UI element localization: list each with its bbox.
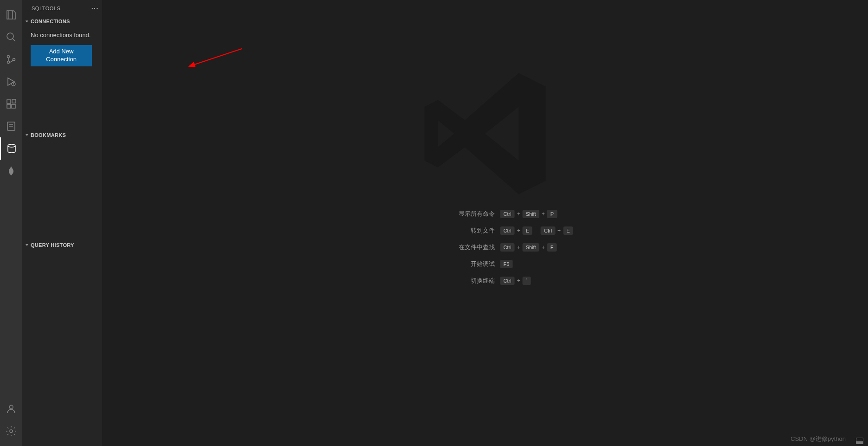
- svg-line-1: [13, 39, 15, 41]
- shortcut-keys: Ctrl+Shift+F: [500, 243, 557, 252]
- plus-separator: +: [517, 227, 520, 234]
- shortcut-row: 在文件中查找Ctrl+Shift+F: [397, 243, 573, 252]
- sidebar-title: SQLTOOLS: [32, 6, 60, 11]
- add-new-connection-button[interactable]: Add New Connection: [31, 45, 92, 66]
- key: F5: [500, 260, 513, 268]
- section-header-connections[interactable]: CONNECTIONS: [22, 16, 102, 26]
- svg-point-2: [7, 56, 10, 58]
- svg-rect-8: [12, 104, 15, 108]
- sidebar: SQLTOOLS ⋯ CONNECTIONS No connections fo…: [22, 0, 102, 446]
- shortcut-label: 转到文件: [397, 226, 495, 235]
- section-header-bookmarks[interactable]: BOOKMARKS: [22, 130, 102, 140]
- plus-separator: +: [542, 244, 545, 251]
- shortcut-keys: Ctrl+`: [500, 277, 531, 285]
- svg-point-0: [7, 33, 13, 39]
- history-label: QUERY HISTORY: [31, 242, 74, 248]
- activity-search[interactable]: [0, 26, 22, 48]
- svg-rect-9: [12, 99, 16, 103]
- activity-run-debug[interactable]: [0, 71, 22, 93]
- more-icon[interactable]: ⋯: [91, 4, 99, 13]
- shortcut-row: 转到文件Ctrl+ECtrl+E: [397, 226, 573, 235]
- svg-point-15: [10, 430, 13, 433]
- chevron-down-icon: [24, 132, 30, 138]
- activity-mongo[interactable]: [0, 160, 22, 182]
- connections-label: CONNECTIONS: [31, 19, 70, 24]
- shortcut-keys: Ctrl+Shift+P: [500, 210, 557, 218]
- svg-point-3: [7, 61, 10, 64]
- shortcut-row: 开始调试F5: [397, 260, 573, 268]
- chevron-down-icon: [24, 19, 30, 24]
- key: Shift: [523, 243, 539, 252]
- svg-point-14: [9, 405, 13, 409]
- shortcut-label: 显示所有命令: [397, 210, 495, 218]
- key: Ctrl: [500, 277, 515, 285]
- plus-separator: +: [517, 278, 520, 284]
- svg-rect-7: [7, 104, 11, 108]
- editor-area: 显示所有命令Ctrl+Shift+P转到文件Ctrl+ECtrl+E在文件中查找…: [102, 0, 868, 446]
- key: Ctrl: [500, 243, 515, 252]
- svg-rect-6: [7, 100, 11, 103]
- key: `: [523, 277, 531, 285]
- key: E: [563, 226, 573, 235]
- shortcut-keys: F5: [500, 260, 513, 268]
- sidebar-header: SQLTOOLS ⋯: [22, 0, 102, 16]
- key: Ctrl: [500, 226, 515, 235]
- shortcut-row: 显示所有命令Ctrl+Shift+P: [397, 210, 573, 218]
- section-header-history[interactable]: QUERY HISTORY: [22, 240, 102, 250]
- plus-separator: +: [542, 211, 545, 217]
- shortcut-label: 切换终端: [397, 277, 495, 285]
- activity-notebook[interactable]: [0, 115, 22, 137]
- vscode-logo: [418, 66, 552, 201]
- key: Ctrl: [500, 210, 515, 218]
- bookmarks-label: BOOKMARKS: [31, 132, 66, 138]
- shortcut-row: 切换终端Ctrl+`: [397, 277, 573, 285]
- activity-bar: [0, 0, 22, 446]
- activity-extensions[interactable]: [0, 93, 22, 115]
- activity-sqltools[interactable]: [0, 137, 22, 160]
- welcome-shortcuts: 显示所有命令Ctrl+Shift+P转到文件Ctrl+ECtrl+E在文件中查找…: [397, 210, 573, 285]
- layout-panel-icon[interactable]: [856, 438, 863, 444]
- key: E: [523, 226, 532, 235]
- activity-source-control[interactable]: [0, 48, 22, 71]
- svg-point-13: [8, 144, 15, 147]
- key: F: [547, 243, 557, 252]
- activity-explorer[interactable]: [0, 4, 22, 26]
- annotation-arrow: [188, 46, 244, 70]
- activity-account[interactable]: [0, 398, 22, 420]
- connections-content: No connections found. Add New Connection: [22, 26, 102, 71]
- key: P: [547, 210, 557, 218]
- shortcut-keys: Ctrl+ECtrl+E: [500, 226, 573, 235]
- svg-line-16: [193, 49, 242, 65]
- plus-separator: +: [517, 211, 520, 217]
- watermark: CSDN @进修python: [790, 435, 846, 443]
- key: Ctrl: [541, 226, 555, 235]
- chevron-down-icon: [24, 242, 30, 248]
- no-connections-text: No connections found.: [31, 31, 94, 39]
- key: Shift: [523, 210, 539, 218]
- shortcut-label: 开始调试: [397, 260, 495, 268]
- shortcut-label: 在文件中查找: [397, 243, 495, 252]
- plus-separator: +: [517, 244, 520, 251]
- plus-separator: +: [557, 227, 561, 234]
- activity-settings[interactable]: [0, 420, 22, 442]
